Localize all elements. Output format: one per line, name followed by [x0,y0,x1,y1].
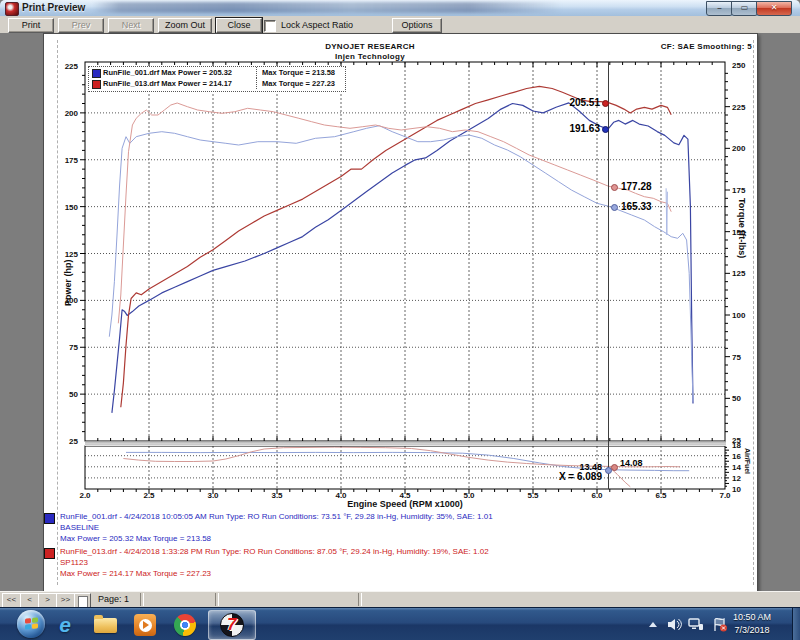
hidden-icons-chevron[interactable] [649,622,657,627]
prev-button[interactable]: Prev [58,18,104,33]
close-preview-button[interactable]: Close [216,18,262,33]
start-button[interactable] [17,610,45,638]
page-number-label: Page: 1 [98,594,129,604]
media-player-icon[interactable] [130,612,160,638]
cursor-line[interactable] [608,62,609,489]
system-tray: 10:50 AM 7/3/2018 [632,608,792,640]
screen: { "window": { "title": "Print Preview" }… [0,0,800,640]
restore-button[interactable]: ▭ [731,1,758,16]
volume-icon[interactable] [667,618,682,631]
print-button[interactable]: Print [8,18,54,33]
statusbar-separator [140,593,144,606]
file-explorer-icon[interactable] [90,612,120,638]
statusbar-separator [215,593,219,606]
app-icon [5,2,19,16]
title-bar[interactable]: Print Preview – ▭ ✕ [0,0,800,17]
statusbar-separator [358,593,362,606]
window-title: Print Preview [22,2,85,13]
lock-aspect-ratio-label: Lock Aspect Ratio [281,20,353,30]
clock-date: 7/3/2018 [722,624,782,637]
status-bar: << < > >> Page: 1 [0,591,800,608]
prev-page-button[interactable]: < [20,593,39,608]
restore-icon: ▭ [741,3,749,12]
preview-page[interactable] [43,33,758,593]
tray-clock[interactable]: 10:50 AM 7/3/2018 [722,611,782,637]
taskbar: e 7 10:50 AM 7/3/2018 [0,607,800,640]
internet-explorer-icon[interactable]: e [50,612,80,638]
lock-aspect-ratio-checkbox[interactable] [264,20,276,32]
page-setup-button[interactable] [74,593,91,608]
close-icon: ✕ [771,3,778,12]
options-button[interactable]: Options [392,18,442,33]
network-icon[interactable] [688,618,704,631]
minimize-icon: – [717,3,721,12]
dynojet-7-icon: 7 [220,613,244,637]
redacted-title-text [92,2,562,13]
show-desktop-button[interactable] [792,608,800,640]
zoom-out-button[interactable]: Zoom Out [158,18,212,33]
last-page-button[interactable]: >> [56,593,75,608]
toolbar: Print Prev Next Zoom Out Close Lock Aspe… [0,16,800,34]
next-button[interactable]: Next [108,18,154,33]
first-page-button[interactable]: << [2,593,21,608]
next-page-button[interactable]: > [38,593,57,608]
close-window-button[interactable]: ✕ [756,1,792,16]
chrome-icon[interactable] [170,612,200,638]
clock-time: 10:50 AM [722,611,782,624]
windows-flag-icon [25,617,38,630]
dynojet-app-taskbar-button[interactable]: 7 [208,610,256,640]
minimize-button[interactable]: – [706,1,733,16]
